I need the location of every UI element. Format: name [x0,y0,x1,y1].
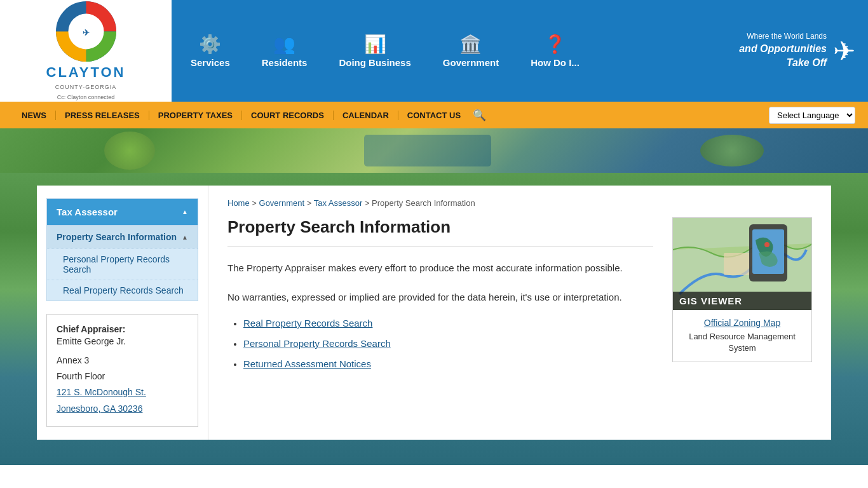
nav-court-records[interactable]: COURT RECORDS [242,111,334,120]
search-icon[interactable]: 🔍 [473,109,486,122]
nav-item-how-do-i[interactable]: ❓ How Do I... [531,34,580,68]
airplane-icon: ✈ [833,36,855,67]
logo-icon: ✈ [56,1,116,62]
nav-item-services[interactable]: ⚙️ Services [191,34,230,68]
header: ✈ CLAYTON COUNTY·GEORGIA Cc: Clayton con… [0,0,868,102]
breadcrumb-home[interactable]: Home [227,198,250,208]
tagline-line2: and Opportunities [739,42,827,56]
nav-property-taxes[interactable]: PROPERTY TAXES [149,111,242,120]
logo-clayton: CLAYTON [46,64,126,80]
tax-assessor-label: Tax Assessor [57,207,118,217]
breadcrumb-current: Property Search Information [372,198,475,208]
doing-business-icon: 📊 [364,34,386,55]
content-text: Property Search Information The Property… [227,217,653,379]
gis-zoning-link[interactable]: Official Zoning Map [681,318,804,328]
chief-label: Chief Appraiser: [57,324,188,334]
government-label: Government [443,57,499,68]
outer-content: Tax Assessor ▲ Property Search Informati… [0,173,868,465]
nav-calendar[interactable]: CALENDAR [334,111,398,120]
real-property-records-link[interactable]: Real Property Records Search [243,318,372,329]
gis-label: GIS VIEWER [673,292,811,310]
how-do-i-icon: ❓ [544,34,566,55]
logo-area: ✈ CLAYTON COUNTY·GEORGIA Cc: Clayton con… [0,0,172,102]
sidebar-real-property-link[interactable]: Real Property Records Search [47,280,198,301]
gis-box: GIS VIEWER Official Zoning Map Land Reso… [672,217,812,362]
list-item-returned-assessment: Returned Assessment Notices [243,358,653,369]
tagline-line1: Where the World Lands [739,31,827,42]
tax-assessor-arrow: ▲ [182,208,188,215]
property-search-arrow: ▲ [182,234,188,241]
sidebar-personal-property-link[interactable]: Personal Property Records Search [47,248,198,280]
paragraph-1: The Property Appraiser makes every effor… [227,260,653,276]
nav-item-government[interactable]: 🏛️ Government [443,34,499,68]
gis-description: Land Resource Management System [681,331,804,354]
paragraph-2: No warranties, expressed or implied are … [227,289,653,306]
svg-point-8 [764,242,770,247]
address-line2: Fourth Floor [57,369,188,384]
content-row: Property Search Information The Property… [227,217,812,379]
breadcrumb-government[interactable]: Government [259,198,305,208]
nav-area: ⚙️ Services 👥 Residents 📊 Doing Business… [172,0,739,102]
residents-icon: 👥 [273,34,295,55]
breadcrumb-sep3: > [365,198,372,208]
language-selector[interactable]: Select Language [769,107,855,124]
tagline-line3: Take Off [739,56,827,70]
returned-assessment-link[interactable]: Returned Assessment Notices [243,358,371,369]
sidebar-property-search[interactable]: Property Search Information ▲ [47,225,198,248]
personal-property-records-link[interactable]: Personal Property Records Search [243,338,391,349]
nav-press-releases[interactable]: PRESS RELEASES [56,111,149,120]
nav-contact-us[interactable]: CONTACT US [398,111,470,120]
tagline-area: Where the World Lands and Opportunities … [739,0,868,102]
white-content-area: Tax Assessor ▲ Property Search Informati… [37,186,831,440]
government-icon: 🏛️ [459,34,482,55]
nav-item-doing-business[interactable]: 📊 Doing Business [339,34,410,68]
quick-nav-links: NEWS PRESS RELEASES PROPERTY TAXES COURT… [13,109,769,122]
logo-county: COUNTY·GEORGIA [55,84,117,90]
sidebar: Tax Assessor ▲ Property Search Informati… [37,186,208,440]
address-line3[interactable]: 121 S. McDonough St. [57,384,188,400]
doing-business-label: Doing Business [339,57,410,68]
breadcrumb: Home > Government > Tax Assessor > Prope… [227,198,812,208]
breadcrumb-sep2: > [307,198,314,208]
gis-image: GIS VIEWER [673,218,811,310]
address: Annex 3 Fourth Floor 121 S. McDonough St… [57,353,188,417]
content-links: Real Property Records Search Personal Pr… [227,318,653,369]
page-title: Property Search Information [227,217,653,247]
how-do-i-label: How Do I... [531,57,580,68]
quick-nav-bar: NEWS PRESS RELEASES PROPERTY TAXES COURT… [0,102,868,128]
hero-image [0,128,868,173]
list-item-personal-property: Personal Property Records Search [243,338,653,349]
address-line1: Annex 3 [57,353,188,369]
services-icon: ⚙️ [199,34,221,55]
sidebar-tax-assessor[interactable]: Tax Assessor ▲ [47,199,198,225]
sidebar-section: Tax Assessor ▲ Property Search Informati… [46,198,198,301]
svg-text:✈: ✈ [83,28,90,37]
services-label: Services [191,57,230,68]
chief-name: Emitte George Jr. [57,336,188,346]
breadcrumb-tax-assessor[interactable]: Tax Assessor [314,198,363,208]
gis-content: Official Zoning Map Land Resource Manage… [673,310,811,362]
logo-svg: ✈ [56,1,116,62]
logo-text: CLAYTON COUNTY·GEORGIA Cc: Clayton conne… [46,64,126,101]
residents-label: Residents [262,57,308,68]
nav-news[interactable]: NEWS [13,111,56,120]
breadcrumb-sep1: > [252,198,259,208]
language-select[interactable]: Select Language [769,107,855,124]
nav-item-residents[interactable]: 👥 Residents [262,34,308,68]
hero-overlay [0,128,868,173]
address-line4[interactable]: Jonesboro, GA 30236 [57,401,188,417]
main-content: Home > Government > Tax Assessor > Prope… [208,186,831,440]
list-item-real-property: Real Property Records Search [243,318,653,329]
contact-box: Chief Appraiser: Emitte George Jr. Annex… [46,314,198,427]
property-search-label: Property Search Information [57,232,177,242]
logo-tagline: Cc: Clayton connected [57,94,115,100]
personal-property-link[interactable]: Personal Property Records Search [63,254,170,274]
real-property-link[interactable]: Real Property Records Search [63,285,184,295]
